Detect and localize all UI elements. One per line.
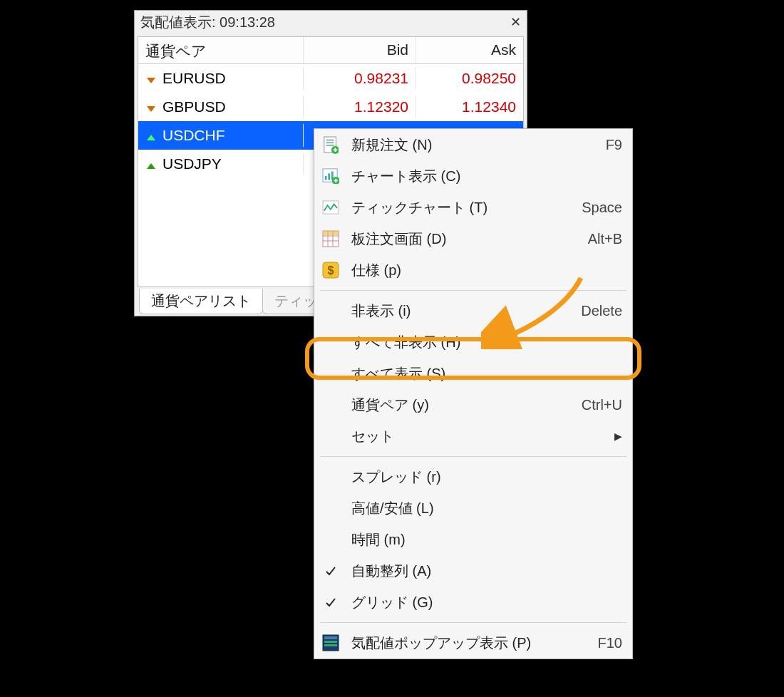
context-menu: 新規注文 (N) F9 チャート表示 (C) ティックチャート (T) Spac…: [314, 128, 633, 659]
dollar-icon: $: [320, 259, 341, 281]
bid: 1.12320: [304, 95, 416, 118]
menu-show-all[interactable]: すべて表示 (S): [314, 358, 632, 389]
menu-dom[interactable]: 板注文画面 (D) Alt+B: [314, 223, 632, 254]
svg-text:$: $: [328, 264, 334, 277]
tick-chart-icon: [320, 197, 341, 218]
menu-separator: [320, 290, 626, 291]
menu-label: ティックチャート (T): [351, 198, 582, 217]
svg-rect-1: [326, 140, 334, 141]
col-ask[interactable]: Ask: [416, 37, 523, 63]
symbol: GBPUSD: [163, 98, 226, 115]
table-row[interactable]: EURUSD 0.98231 0.98250: [138, 64, 523, 93]
svg-rect-7: [328, 173, 330, 180]
arrow-up-icon: [145, 130, 157, 141]
svg-rect-3: [326, 145, 334, 146]
svg-rect-20: [324, 636, 337, 639]
menu-grid[interactable]: グリッド (G): [314, 587, 632, 618]
spacer-icon: [320, 394, 341, 415]
menu-label: 自動整列 (A): [351, 562, 622, 581]
arrow-down-icon: [145, 73, 157, 84]
menu-time[interactable]: 時間 (m): [314, 524, 632, 555]
menu-hide-all[interactable]: すべて非表示 (H): [314, 326, 632, 358]
menu-popup-prices[interactable]: 気配値ポップアップ表示 (P) F10: [314, 627, 632, 659]
document-plus-icon: [320, 134, 341, 155]
menu-shortcut: Delete: [581, 303, 622, 319]
svg-rect-21: [324, 641, 337, 643]
spacer-icon: [320, 331, 341, 353]
menu-hide[interactable]: 非表示 (i) Delete: [314, 295, 632, 326]
check-icon: [320, 560, 341, 582]
panel-title: 気配値表示: 09:13:28: [140, 11, 510, 33]
col-bid[interactable]: Bid: [304, 37, 416, 63]
menu-tick-chart[interactable]: ティックチャート (T) Space: [314, 192, 632, 223]
svg-rect-2: [326, 142, 334, 143]
menu-new-order[interactable]: 新規注文 (N) F9: [314, 129, 632, 160]
arrow-up-icon: [145, 158, 157, 170]
table-row[interactable]: GBPUSD 1.12320 1.12340: [138, 93, 523, 121]
menu-label: 仕様 (p): [351, 261, 622, 280]
close-icon[interactable]: ✕: [510, 11, 521, 33]
menu-label: 通貨ペア (y): [351, 396, 582, 415]
menu-label: 気配値ポップアップ表示 (P): [351, 634, 598, 653]
arrow-down-icon: [145, 101, 157, 113]
spacer-icon: [320, 300, 341, 321]
symbol: USDCHF: [163, 127, 225, 144]
spacer-icon: [320, 425, 341, 447]
menu-auto-arrange[interactable]: 自動整列 (A): [314, 555, 632, 587]
spacer-icon: [320, 466, 341, 487]
menu-label: グリッド (G): [351, 593, 622, 612]
menu-shortcut: F9: [606, 137, 622, 153]
spacer-icon: [320, 363, 341, 384]
ask: 1.12340: [416, 95, 523, 118]
menu-symbols[interactable]: 通貨ペア (y) Ctrl+U: [314, 389, 632, 420]
tab-symbol-list[interactable]: 通貨ペアリスト: [139, 289, 263, 314]
grid-header: 通貨ペア Bid Ask: [138, 37, 523, 64]
chart-plus-icon: [320, 165, 341, 187]
menu-spread[interactable]: スプレッド (r): [314, 461, 632, 492]
spacer-icon: [320, 529, 341, 550]
svg-rect-6: [325, 176, 327, 180]
panel-tabs: 通貨ペアリスト ティッ: [139, 289, 329, 314]
menu-sets[interactable]: セット ▶: [314, 420, 632, 452]
menu-label: 非表示 (i): [351, 301, 581, 321]
ask: 0.98250: [416, 67, 523, 90]
menu-shortcut: Alt+B: [588, 231, 622, 247]
menu-label: チャート表示 (C): [351, 167, 622, 186]
menu-specification[interactable]: $ 仕様 (p): [314, 254, 632, 286]
menu-shortcut: Ctrl+U: [582, 397, 622, 413]
symbol: EURUSD: [163, 70, 226, 87]
menu-label: すべて非表示 (H): [351, 333, 622, 352]
panel-titlebar: 気配値表示: 09:13:28 ✕: [135, 11, 527, 33]
svg-rect-22: [324, 644, 337, 646]
check-icon: [320, 592, 341, 613]
menu-label: 時間 (m): [351, 530, 622, 549]
menu-shortcut: F10: [598, 635, 622, 651]
menu-label: すべて表示 (S): [351, 364, 622, 383]
col-symbol[interactable]: 通貨ペア: [138, 37, 304, 63]
submenu-arrow-icon: ▶: [614, 430, 622, 442]
spacer-icon: [320, 497, 341, 519]
menu-label: セット: [351, 427, 614, 446]
menu-label: 新規注文 (N): [351, 135, 606, 155]
menu-separator: [320, 622, 626, 623]
menu-label: 高値/安値 (L): [351, 499, 622, 518]
grid-icon: [320, 228, 341, 249]
menu-label: スプレッド (r): [351, 468, 622, 487]
menu-shortcut: Space: [582, 200, 622, 216]
bid: 0.98231: [304, 67, 416, 90]
menu-label: 板注文画面 (D): [351, 229, 588, 249]
symbol: USDJPY: [163, 155, 222, 172]
menu-chart-window[interactable]: チャート表示 (C): [314, 160, 632, 192]
menu-high-low[interactable]: 高値/安値 (L): [314, 492, 632, 524]
menu-separator: [320, 456, 626, 457]
popup-icon: [320, 632, 341, 654]
svg-rect-16: [323, 231, 339, 235]
